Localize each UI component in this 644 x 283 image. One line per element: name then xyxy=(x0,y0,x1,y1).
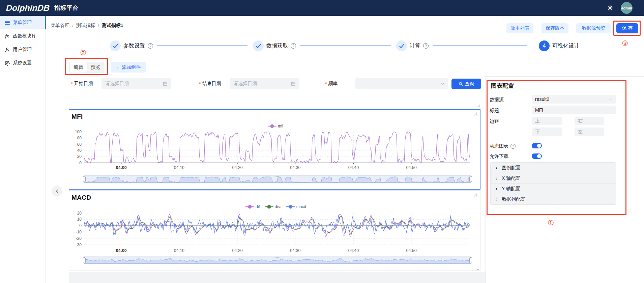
step-4-visualization-design[interactable]: 4 可视化设计 xyxy=(539,40,579,51)
user-icon xyxy=(4,47,10,52)
annotation-number-1: ① xyxy=(548,219,554,227)
user-avatar[interactable]: admin xyxy=(621,2,633,14)
plus-icon: + xyxy=(116,64,120,70)
datasource-select[interactable]: result2 xyxy=(532,95,616,104)
step-label: 参数设置 xyxy=(123,43,145,50)
edit-preview-segmented-control: 编辑 预览 xyxy=(69,62,105,73)
allow-download-toggle[interactable] xyxy=(532,153,542,159)
end-date-label: * 结束日期: xyxy=(199,78,222,89)
chart-title-input[interactable]: MFI xyxy=(532,106,616,114)
canvas-background xyxy=(69,272,486,283)
series-config-section[interactable]: 数据列配置 xyxy=(491,194,616,204)
sidebar-item-label: 系统设置 xyxy=(13,60,32,66)
dynamic-chart-toggle[interactable] xyxy=(532,143,542,148)
app-title: 指标平台 xyxy=(54,4,79,12)
breadcrumb-item-current: 测试指标1 xyxy=(102,23,123,29)
start-date-input[interactable]: 请选择日期 xyxy=(101,78,171,89)
resize-handle[interactable] xyxy=(477,267,479,270)
help-icon[interactable]: ? xyxy=(510,144,516,149)
version-list-button[interactable]: 版本列表 xyxy=(506,23,533,33)
sidebar-item-label: 用户管理 xyxy=(13,47,32,53)
save-version-button[interactable]: 保存版本 xyxy=(541,23,568,33)
svg-text:-10: -10 xyxy=(76,230,82,234)
frequency-select[interactable] xyxy=(355,78,448,89)
add-component-label: 添加组件 xyxy=(122,64,141,70)
margin-top-input[interactable]: 上 xyxy=(532,117,562,125)
margin-left-input[interactable]: 左 xyxy=(575,128,604,136)
resize-handle[interactable] xyxy=(477,105,479,107)
step-connector xyxy=(157,46,247,46)
sidebar-item-label: 函数模块库 xyxy=(13,33,36,39)
sidebar-item-system-settings[interactable]: 系统设置 xyxy=(0,56,46,70)
step-1-parameter-settings[interactable]: 参数设置 ? xyxy=(110,40,153,51)
breadcrumb-item[interactable]: 菜单管理 xyxy=(51,23,69,29)
required-mark: * xyxy=(325,81,327,86)
add-component-button[interactable]: + 添加组件 xyxy=(111,62,146,73)
step-number: 4 xyxy=(539,40,550,51)
datazoom-handle-left[interactable] xyxy=(83,176,86,182)
svg-text:100: 100 xyxy=(75,130,82,134)
config-sections: 图例配置 X 轴配置 Y 轴配置 数据列配置 xyxy=(490,162,616,205)
sidebar-item-user-management[interactable]: 用户管理 xyxy=(0,43,46,56)
help-icon[interactable]: ? xyxy=(423,43,429,49)
svg-text:40: 40 xyxy=(77,148,82,153)
end-date-input[interactable]: 请选择日期 xyxy=(230,78,299,89)
mfi-plot: 02040608010004:0004:1004:2004:3004:4004:… xyxy=(69,110,480,189)
svg-text:04:50: 04:50 xyxy=(406,248,416,253)
edit-tab[interactable]: 编辑 xyxy=(70,62,87,73)
mfi-chart-panel[interactable]: MFI mfi 02040608010004:0004:1004:2004:30… xyxy=(69,109,480,190)
preview-tab[interactable]: 预览 xyxy=(87,62,104,73)
datazoom-slider[interactable] xyxy=(83,257,472,264)
step-3-compute[interactable]: 计算 ? xyxy=(396,40,429,51)
margin-right-input[interactable]: 右 xyxy=(575,117,604,125)
datazoom-handle-right[interactable] xyxy=(470,176,472,182)
datazoom-handle-left[interactable] xyxy=(83,258,86,263)
query-form-panel[interactable]: * 开始日期: 请选择日期 * 结束日期: 请选择日期 * 频率: 查询 xyxy=(69,77,480,108)
allow-download-label: 允许下载 xyxy=(490,153,508,160)
legend-config-section[interactable]: 图例配置 xyxy=(491,163,616,173)
help-icon[interactable]: ? xyxy=(291,43,296,49)
collapse-panel-button[interactable] xyxy=(52,186,62,196)
xaxis-config-section[interactable]: X 轴配置 xyxy=(491,173,616,183)
breadcrumb: 菜单管理 / 测试指标 / 测试指标1 xyxy=(51,23,123,29)
step-finished-icon xyxy=(253,40,264,51)
chevron-down-icon xyxy=(609,97,612,101)
step-label: 可视化设计 xyxy=(552,43,579,50)
svg-text:04:10: 04:10 xyxy=(174,165,184,170)
svg-text:-20: -20 xyxy=(76,236,82,241)
svg-text:04:20: 04:20 xyxy=(232,248,243,253)
datazoom-handle-right[interactable] xyxy=(470,258,472,263)
query-button[interactable]: 查询 xyxy=(451,79,481,89)
resize-handle[interactable] xyxy=(477,186,479,188)
sidebar-item-label: 菜单管理 xyxy=(13,20,32,26)
svg-text:04:30: 04:30 xyxy=(290,248,300,253)
step-connector xyxy=(300,46,391,46)
step-finished-icon xyxy=(396,40,407,51)
svg-text:0: 0 xyxy=(79,223,82,228)
margin-bottom-input[interactable]: 下 xyxy=(532,128,562,136)
theme-toggle-icon[interactable] xyxy=(607,5,613,11)
sidebar-item-function-modules[interactable]: fx 函数模块库 xyxy=(0,29,46,43)
step-2-data-fetch[interactable]: 数据获取 ? xyxy=(253,40,296,51)
breadcrumb-separator: / xyxy=(98,23,99,28)
config-panel-border xyxy=(486,76,644,77)
chart-title-label: 标题 xyxy=(490,108,499,114)
dynamic-chart-label: 动态图表 ? xyxy=(490,143,516,149)
chevron-right-icon xyxy=(495,177,498,180)
calendar-icon xyxy=(163,81,168,86)
config-panel-border xyxy=(620,76,620,283)
svg-text:60: 60 xyxy=(77,142,82,147)
macd-chart-panel[interactable]: MACD difdeamacd -30-20-100102004:0004:10… xyxy=(69,190,480,271)
svg-text:04:40: 04:40 xyxy=(348,165,359,170)
datazoom-slider[interactable] xyxy=(83,175,472,183)
breadcrumb-item[interactable]: 测试指标 xyxy=(76,23,95,29)
help-icon[interactable]: ? xyxy=(148,43,153,49)
sidebar-item-menu-management[interactable]: 菜单管理 xyxy=(0,16,46,29)
save-button[interactable]: 保 存 xyxy=(616,23,638,33)
series-line-dif xyxy=(84,214,470,236)
chevron-left-icon xyxy=(55,189,59,193)
step-connector xyxy=(433,46,527,46)
datasource-preview-button[interactable]: 数据源预览 xyxy=(576,23,611,33)
yaxis-config-section[interactable]: Y 轴配置 xyxy=(491,183,616,194)
datasource-label: 数据源 xyxy=(490,97,504,103)
